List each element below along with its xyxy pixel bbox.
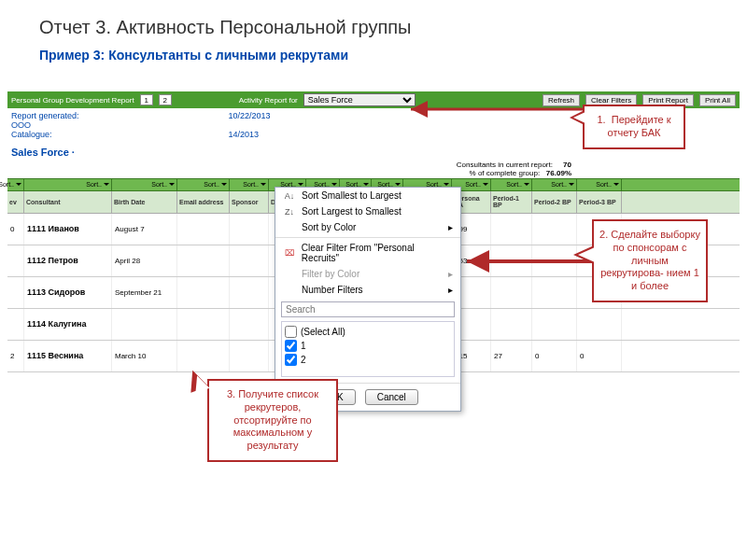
sort-birth[interactable]: Sort.. [112, 179, 177, 190]
cell [177, 277, 230, 308]
stats-block: Consultants in current report: 70 % of c… [7, 158, 740, 178]
cell: April 28 [112, 245, 177, 276]
cell: 1114 Калугина [24, 309, 112, 340]
callout-3: 3. Получите список рекрутеров, отсортиру… [207, 379, 338, 462]
cell [532, 214, 577, 245]
hdr-ev: ev [7, 191, 24, 213]
filter-cancel-button[interactable]: Cancel [365, 389, 418, 405]
cell [230, 277, 269, 308]
cell [230, 309, 269, 340]
filter-color-item[interactable]: Filter by Color▸ [275, 266, 460, 282]
sort-email[interactable]: Sort.. [177, 179, 230, 190]
callout-1: 1. Перейдите к отчету БАК [583, 105, 685, 149]
cell: 2 [7, 341, 24, 371]
sort-sponsor[interactable]: Sort.. [230, 179, 269, 190]
cell [177, 341, 230, 371]
sort-ev[interactable]: Sort.. [7, 179, 24, 190]
cell [112, 309, 177, 340]
cell [230, 341, 269, 371]
sort-period3[interactable]: Sort.. [577, 179, 622, 190]
sort-period1[interactable]: Sort.. [491, 179, 532, 190]
cell [177, 245, 230, 276]
cell: March 10 [112, 341, 177, 371]
sort-color-item[interactable]: Sort by Color▸ [275, 219, 460, 235]
chevron-right-icon: ▸ [448, 285, 453, 295]
cell: 1111 Иванов [24, 214, 112, 245]
cell: 1115 Веснина [24, 341, 112, 371]
cell [532, 277, 577, 308]
clear-filter-item[interactable]: ⌧Clear Filter From "Personal Recruits" [275, 240, 460, 266]
filter-opt-1[interactable]: 1 [285, 339, 451, 353]
hdr-period2: Period-2 BP [532, 191, 577, 213]
cell [577, 309, 622, 340]
cell [491, 214, 532, 245]
hdr-period1: Period-1 BP [491, 191, 532, 213]
cell: August 7 [112, 214, 177, 245]
activity-label: Activity Report for [239, 96, 298, 105]
report-label: Personal Group Development Report [11, 96, 134, 105]
cell [532, 309, 577, 340]
callout-2: 2. Сделайте выборку по спонсорам с личны… [592, 219, 708, 302]
catalogue-value: 14/2013 [229, 130, 260, 139]
cell: 1112 Петров [24, 245, 112, 276]
funnel-clear-icon: ⌧ [283, 248, 296, 258]
sort-consultant[interactable]: Sort.. [24, 179, 112, 190]
filter-opt-selectall[interactable]: (Select All) [285, 325, 451, 339]
chevron-right-icon: ▸ [448, 269, 453, 279]
number-filters-item[interactable]: Number Filters▸ [275, 282, 460, 298]
page-subtitle: Пример 3: Консультанты с личными рекрута… [0, 44, 747, 72]
cell [7, 309, 24, 340]
hdr-consultant: Consultant [24, 191, 112, 213]
filter-popup: A↓Sort Smallest to Largest Z↓Sort Larges… [275, 187, 461, 412]
sort-desc-icon: Z↓ [283, 207, 296, 217]
cell: 0 [577, 341, 622, 371]
filter-search-input[interactable] [281, 301, 455, 317]
cell [491, 277, 532, 308]
cell: 0 [7, 214, 24, 245]
print-all-button[interactable]: Print All [699, 94, 736, 106]
page-box-2[interactable]: 2 [159, 94, 172, 105]
page-box-1[interactable]: 1 [140, 94, 153, 105]
hdr-period3: Period-3 BP [577, 191, 622, 213]
generated-label: Report generated: [11, 111, 79, 120]
cell [491, 309, 532, 340]
hdr-sponsor: Sponsor [230, 191, 269, 213]
sort-asc-icon: A↓ [283, 191, 296, 201]
arrow-1 [409, 103, 586, 118]
chevron-right-icon: ▸ [448, 222, 453, 232]
sort-asc-item[interactable]: A↓Sort Smallest to Largest [275, 188, 460, 203]
hdr-email: Email address [177, 191, 230, 213]
cell [7, 277, 24, 308]
ooo-label: OOO [11, 120, 31, 130]
cell [7, 245, 24, 276]
activity-dropdown[interactable]: Sales Force [303, 93, 416, 106]
hdr-birth: Birth Date [112, 191, 177, 213]
generated-value: 10/22/2013 [229, 111, 271, 120]
filter-opt-2[interactable]: 2 [285, 353, 451, 367]
cell [230, 214, 269, 245]
filter-checklist: (Select All) 1 2 [281, 321, 455, 377]
cell: September 21 [112, 277, 177, 308]
cell [177, 214, 230, 245]
cell [177, 309, 230, 340]
cell: 1113 Сидоров [24, 277, 112, 308]
cell: 0 [532, 341, 577, 371]
page-title: Отчет 3. Активность Персональной группы [0, 0, 747, 44]
cell: 27 [491, 341, 532, 371]
cell [230, 245, 269, 276]
sort-period2[interactable]: Sort.. [532, 179, 577, 190]
sort-desc-item[interactable]: Z↓Sort Largest to Smallest [275, 203, 460, 219]
catalogue-label: Catalogue: [11, 130, 52, 139]
